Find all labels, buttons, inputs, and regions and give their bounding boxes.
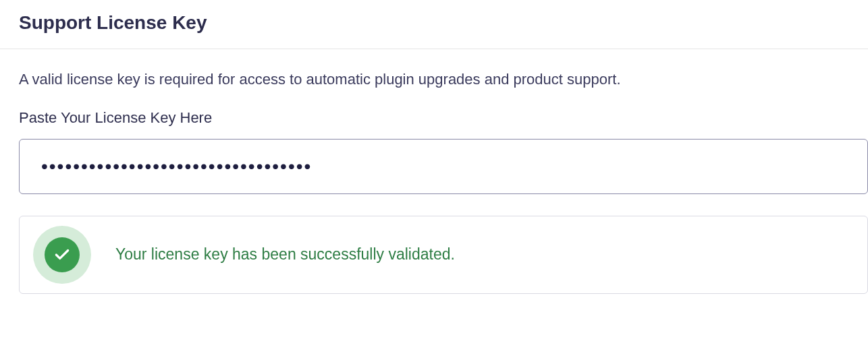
- status-icon-wrapper: [33, 226, 91, 284]
- status-box: Your license key has been successfully v…: [19, 216, 868, 294]
- license-description: A valid license key is required for acce…: [19, 69, 868, 90]
- check-icon: [45, 237, 80, 272]
- page-title: Support License Key: [19, 12, 849, 34]
- content: A valid license key is required for acce…: [0, 49, 868, 314]
- license-key-input[interactable]: [19, 139, 868, 194]
- status-message: Your license key has been successfully v…: [115, 245, 455, 264]
- license-field-label: Paste Your License Key Here: [19, 109, 868, 127]
- header: Support License Key: [0, 0, 868, 49]
